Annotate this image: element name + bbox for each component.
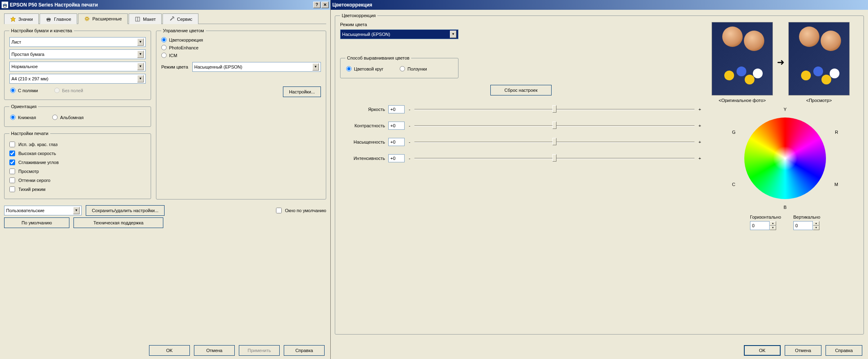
color-correction-radio[interactable]: Цветокоррекция <box>161 37 321 42</box>
color-correction-group: Цветокоррекция Режим цвета Насыщенный (E… <box>335 13 864 335</box>
help-button[interactable]: ? <box>313 2 320 8</box>
printer-tab-icon <box>46 16 51 22</box>
quality-combo[interactable]: Нормальное▼ <box>9 62 146 71</box>
quiet-mode-checkbox[interactable]: Тихий режим <box>9 185 146 194</box>
saturation-slider[interactable]: Насыщенность - + <box>340 138 702 146</box>
spin-down-icon[interactable]: ▼ <box>813 226 819 230</box>
svg-point-7 <box>86 18 88 20</box>
color-mode-label: Режим цвета <box>161 64 188 69</box>
svg-rect-2 <box>4 6 6 7</box>
tab-icons[interactable]: Значки <box>4 13 39 24</box>
print-settings-window: EPSON P50 Series Настройка печати ? ✕ Зн… <box>0 0 331 359</box>
horizontal-spinner[interactable]: ▲▼ <box>750 221 781 230</box>
cancel-button[interactable]: Отмена <box>194 345 235 356</box>
color-wheel[interactable]: + Y R M B C G <box>732 105 838 211</box>
chevron-down-icon: ▼ <box>137 51 144 58</box>
sliders-radio[interactable]: Ползунки <box>400 66 427 71</box>
borderless-radio[interactable]: Без полей <box>54 88 83 93</box>
tab-bar: Значки Главное Расширенные Макет Сервис <box>4 13 326 24</box>
cancel-button2[interactable]: Отмена <box>785 345 821 356</box>
help-button-bottom[interactable]: Справка <box>284 345 325 356</box>
color-mode-combo2[interactable]: Насыщенный (EPSON)▼ <box>340 29 458 39</box>
chevron-down-icon: ▼ <box>137 75 144 82</box>
vertical-spinner[interactable]: ▲▼ <box>793 221 820 230</box>
brightness-slider[interactable]: Яркость - + <box>340 105 702 113</box>
color-mode-label2: Режим цвета <box>340 22 702 27</box>
gear-icon <box>84 16 90 22</box>
dialog-button-bar-right: OK Отмена Справка <box>331 342 868 359</box>
star-icon <box>10 16 16 22</box>
spin-up-icon[interactable]: ▲ <box>813 221 819 226</box>
printer-icon <box>2 2 8 8</box>
paper-quality-group: Настройки бумаги и качества Лист▼ Проста… <box>4 28 151 100</box>
layout-icon <box>135 16 140 22</box>
color-settings-button[interactable]: Настройки... <box>283 86 321 97</box>
paper-source-combo[interactable]: Лист▼ <box>9 37 146 47</box>
svg-marker-3 <box>11 17 16 22</box>
edge-smoothing-checkbox[interactable]: Сглаживание углов <box>9 158 146 167</box>
ok-button[interactable]: OK <box>149 345 190 356</box>
spin-down-icon[interactable]: ▼ <box>770 226 776 230</box>
titlebar-text-right: Цветокоррекция <box>332 2 372 8</box>
preview-label: <Просмотр> <box>788 98 850 103</box>
vertical-label: Вертикально <box>793 215 820 219</box>
original-photo <box>712 22 773 95</box>
contrast-slider[interactable]: Контрастность - + <box>340 122 702 130</box>
reset-settings-button[interactable]: Сброс настроек <box>490 85 552 95</box>
chevron-down-icon: ▼ <box>450 31 456 38</box>
intensity-value[interactable] <box>388 154 405 162</box>
tab-service[interactable]: Сервис <box>162 13 198 24</box>
svg-rect-5 <box>47 17 50 18</box>
titlebar-right[interactable]: Цветокоррекция <box>331 0 868 10</box>
save-delete-settings-button[interactable]: Сохранить/удалить настройки... <box>86 205 165 216</box>
defaults-button[interactable]: По умолчанию <box>4 217 69 228</box>
preview-photo <box>788 22 850 95</box>
help-button2[interactable]: Справка <box>826 345 862 356</box>
chevron-down-icon: ▼ <box>137 38 144 46</box>
original-label: <Оригинальное фото> <box>712 98 773 103</box>
tech-support-button[interactable]: Техническая поддержка <box>73 217 163 228</box>
tab-layout[interactable]: Макет <box>129 13 162 24</box>
color-wheel-radio[interactable]: Цветовой круг <box>346 66 383 71</box>
color-mode-combo[interactable]: Насыщенный (EPSON)▼ <box>192 62 321 72</box>
photoenhance-radio[interactable]: PhotoEnhance <box>161 45 321 50</box>
icm-radio[interactable]: ICM <box>161 53 321 58</box>
default-window-checkbox[interactable]: Окно по умолчанию <box>276 206 326 215</box>
close-button[interactable]: ✕ <box>321 2 329 8</box>
titlebar-left[interactable]: EPSON P50 Series Настройка печати ? ✕ <box>0 0 330 10</box>
highspeed-checkbox[interactable]: Высокая скорость <box>9 149 146 158</box>
redeye-checkbox[interactable]: Исп. эф. крас. глаз <box>9 140 146 149</box>
horizontal-label: Горизонтально <box>750 215 781 219</box>
tab-advanced[interactable]: Расширенные <box>78 13 128 24</box>
preset-combo[interactable]: Пользовательские▼ <box>4 206 82 215</box>
chevron-down-icon: ▼ <box>73 207 80 214</box>
brightness-value[interactable] <box>388 105 405 113</box>
tab-main[interactable]: Главное <box>40 13 77 24</box>
chevron-down-icon: ▼ <box>137 63 144 70</box>
intensity-slider[interactable]: Интенсивность - + <box>340 154 702 162</box>
svg-rect-6 <box>47 20 50 21</box>
preview-checkbox[interactable]: Просмотр <box>9 167 146 176</box>
landscape-radio[interactable]: Альбомная <box>52 115 84 120</box>
alignment-group: Способ выравнивания цветов Цветовой круг… <box>340 55 458 78</box>
portrait-radio[interactable]: Книжная <box>10 115 36 120</box>
with-borders-radio[interactable]: С полями <box>10 88 38 93</box>
paper-size-combo[interactable]: A4 (210 x 297 мм)▼ <box>9 74 146 84</box>
orientation-group: Ориентация Книжная Альбомная <box>4 104 151 127</box>
color-correction-window: Цветокоррекция Цветокоррекция Режим цвет… <box>331 0 868 359</box>
svg-rect-1 <box>4 2 6 4</box>
wrench-icon <box>169 16 174 22</box>
media-type-combo[interactable]: Простая бумага▼ <box>9 49 146 59</box>
arrow-right-icon: ➜ <box>773 57 788 68</box>
apply-button[interactable]: Применить <box>239 345 280 356</box>
ok-button2[interactable]: OK <box>744 345 781 356</box>
spin-up-icon[interactable]: ▲ <box>770 221 776 226</box>
grayscale-checkbox[interactable]: Оттенки серого <box>9 176 146 185</box>
saturation-value[interactable] <box>388 138 405 146</box>
contrast-value[interactable] <box>388 122 405 130</box>
dialog-button-bar-left: OK Отмена Применить Справка <box>0 342 330 359</box>
titlebar-text: EPSON P50 Series Настройка печати <box>10 2 98 8</box>
print-options-group: Настройки печати Исп. эф. крас. глаз Выс… <box>4 131 151 199</box>
color-management-group: Управление цветом Цветокоррекция PhotoEn… <box>156 28 326 199</box>
chevron-down-icon: ▼ <box>312 63 319 71</box>
